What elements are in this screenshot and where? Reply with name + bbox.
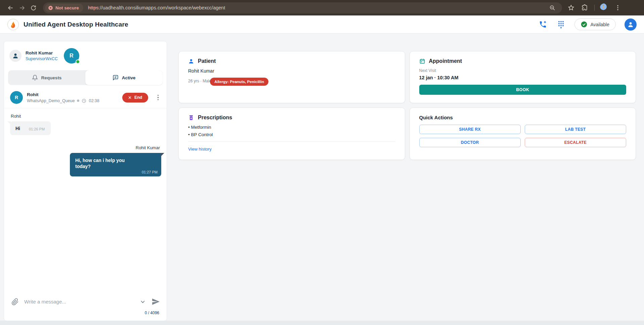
agent-role: SupervisorWxCC — [26, 56, 58, 61]
puzzle-icon — [581, 4, 588, 11]
conversation-info: Rohit WhatsApp_Demo_Queue 02:38 — [27, 92, 99, 103]
app-title: Unified Agent Desktop Healthcare — [24, 21, 128, 28]
conversation-menu-button[interactable] — [155, 93, 162, 103]
clock-icon — [82, 98, 86, 103]
outgoing-message-bubble: Hi, how can i help you today? 01:27 PM — [70, 153, 161, 176]
quick-actions-grid: SHARE RX LAB TEST DOCTOR ESCALATE — [419, 125, 627, 147]
close-x-icon: ✕ — [128, 95, 132, 100]
profile-avatar — [600, 3, 609, 12]
message-composer: 0 / 4096 — [4, 294, 167, 321]
card-grid: Patient Rohit Kumar 26 yrs · Male Allerg… — [178, 51, 636, 160]
browser-menu-button[interactable] — [612, 2, 624, 13]
calendar-icon — [419, 58, 425, 64]
star-icon — [568, 4, 574, 11]
view-history-link[interactable]: View history — [188, 147, 212, 152]
escalate-button[interactable]: ESCALATE — [525, 138, 626, 147]
conversation-list-item[interactable]: R Rohit WhatsApp_Demo_Queue 02:38 ✕ End — [4, 87, 167, 108]
url-bar[interactable]: Not secure https://uadhealth.consiliumap… — [43, 2, 562, 13]
app-logo — [7, 19, 19, 30]
url-scheme: https — [88, 5, 98, 10]
online-status-dot — [76, 59, 80, 64]
attachment-paperclip-icon[interactable] — [11, 298, 19, 306]
patient-demographics-row: 26 yrs · Male Allergy: Peanuts, Penicill… — [188, 77, 395, 85]
header-actions: Available — [538, 18, 637, 31]
tab-requests-label: Requests — [41, 75, 62, 80]
outgoing-sender-label: Rohit Kumar — [9, 145, 160, 150]
reload-icon — [30, 5, 37, 11]
bookmark-star-button[interactable] — [565, 2, 577, 13]
conversation-contact-name: Rohit — [27, 92, 99, 97]
queue-name: WhatsApp_Demo_Queue — [27, 98, 75, 103]
zoom-magnifier-icon — [549, 5, 556, 11]
browser-toolbar: Not secure https://uadhealth.consiliumap… — [0, 0, 644, 15]
chat-bubble-icon — [113, 75, 119, 81]
agent-avatar — [9, 50, 22, 62]
availability-label: Available — [590, 22, 609, 27]
outdial-call-button[interactable] — [538, 20, 548, 29]
agent-identity: Rohit Kumar SupervisorWxCC — [26, 50, 58, 61]
doctor-button[interactable]: DOCTOR — [419, 138, 521, 147]
end-conversation-button[interactable]: ✕ End — [122, 93, 148, 103]
appointment-card: Appointment Next Visit 12 jan · 10:30 AM… — [410, 51, 636, 103]
book-appointment-button[interactable]: BOOK — [419, 85, 627, 95]
lab-test-button[interactable]: LAB TEST — [525, 125, 626, 134]
person-icon — [627, 21, 634, 28]
interaction-sidebar: Rohit Kumar SupervisorWxCC R Requests Ac… — [4, 41, 167, 321]
contact-presence-badge: R — [64, 48, 79, 64]
incoming-message-text: Hi — [15, 126, 20, 131]
browser-profile-button[interactable] — [599, 2, 610, 13]
sidebar-tabs: Requests Active — [8, 70, 163, 85]
quick-actions-card: Quick Actions SHARE RX LAB TEST DOCTOR E… — [410, 108, 636, 160]
profile-avatar-image — [600, 3, 607, 10]
phone-plus-icon — [539, 21, 547, 29]
user-profile-button[interactable] — [625, 18, 637, 31]
patient-card-title: Patient — [198, 58, 216, 64]
page-zoom-button[interactable] — [547, 2, 558, 13]
workspace: Rohit Kumar SupervisorWxCC R Requests Ac… — [0, 34, 644, 325]
character-counter: 0 / 4096 — [11, 311, 160, 315]
composer-row — [11, 297, 160, 306]
browser-forward-button[interactable] — [16, 2, 28, 13]
dialpad-button[interactable] — [556, 20, 566, 29]
allergy-badge: Allergy: Peanuts, Penicillin — [210, 78, 268, 86]
patient-card: Patient Rohit Kumar 26 yrs · Male Allerg… — [178, 51, 405, 103]
forward-arrow-icon — [19, 5, 25, 11]
not-secure-badge[interactable]: Not secure — [45, 4, 83, 12]
extensions-button[interactable] — [579, 2, 590, 13]
patient-name: Rohit Kumar — [188, 68, 395, 74]
check-circle-icon — [581, 21, 587, 28]
prescriptions-card-header: Prescriptions — [188, 115, 395, 121]
app-header: Unified Agent Desktop Healthcare Availab… — [0, 15, 644, 34]
flame-logo-icon — [9, 21, 17, 29]
conversation-timer: 02:38 — [89, 98, 99, 103]
next-visit-label: Next Visit — [419, 68, 627, 73]
next-visit-value: 12 jan · 10:30 AM — [419, 75, 627, 80]
quick-actions-title: Quick Actions — [419, 115, 627, 120]
outgoing-message-time: 01:27 PM — [142, 170, 158, 174]
url-text: https://uadhealth.consiliumapps.com/work… — [88, 5, 225, 10]
end-button-label: End — [134, 95, 142, 100]
toolbar-separator — [594, 5, 595, 11]
browser-back-button[interactable] — [5, 2, 16, 13]
browser-action-icons — [565, 2, 624, 13]
incoming-message-bubble: Hi 01:26 PM — [10, 121, 51, 135]
incoming-message-time: 01:26 PM — [29, 127, 45, 131]
prescription-item: Metformin — [188, 125, 395, 130]
agent-name: Rohit Kumar — [26, 50, 58, 55]
not-secure-label: Not secure — [55, 5, 79, 10]
conversation-avatar: R — [10, 91, 23, 104]
dialpad-icon — [557, 21, 565, 29]
prescriptions-card: Prescriptions Metformin BP Control View … — [178, 108, 405, 160]
main-content: Patient Rohit Kumar 26 yrs · Male Allerg… — [168, 34, 644, 325]
send-icon[interactable] — [152, 297, 160, 306]
tab-requests[interactable]: Requests — [8, 70, 85, 85]
message-input[interactable] — [24, 299, 134, 304]
browser-reload-button[interactable] — [28, 2, 39, 13]
divider — [188, 141, 395, 142]
warning-x-circle-icon — [48, 5, 53, 10]
share-rx-button[interactable]: SHARE RX — [419, 125, 521, 134]
tab-active[interactable]: Active — [85, 70, 163, 85]
availability-selector[interactable]: Available — [574, 18, 616, 30]
chevron-down-icon[interactable] — [139, 298, 146, 305]
person-icon — [12, 52, 19, 59]
